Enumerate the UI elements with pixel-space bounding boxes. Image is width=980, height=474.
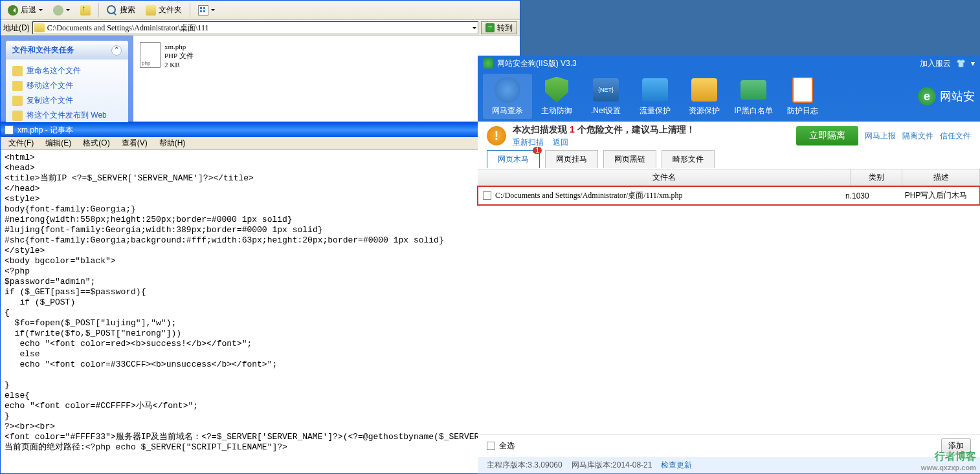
log-icon	[792, 77, 813, 103]
publish-icon	[12, 111, 23, 121]
ip-icon	[741, 80, 766, 100]
col-filename[interactable]: 文件名	[478, 169, 851, 186]
chevron-down-icon	[211, 9, 215, 13]
forward-button[interactable]	[49, 3, 74, 17]
address-input[interactable]: C:\Documents and Settings\Administrator\…	[32, 21, 478, 34]
nav-net-settings[interactable]: {NET}.Net设置	[581, 74, 630, 119]
rename-icon	[12, 66, 23, 76]
nav-active-defense[interactable]: 主动防御	[532, 74, 581, 119]
notepad-title: xm.php - 记事本	[17, 125, 73, 136]
php-file-icon	[140, 42, 161, 68]
warning-icon: !	[487, 126, 506, 145]
forward-icon	[53, 5, 63, 16]
nav-traffic[interactable]: 流量保护	[630, 74, 680, 119]
up-icon	[80, 5, 91, 16]
file-list[interactable]: xm.php PHP 文件 2 KB	[133, 36, 520, 122]
scan-alert-bar: ! 本次扫描发现 1 个危险文件，建议马上清理！ 重新扫描返回 立即隔离 网马上…	[478, 122, 980, 150]
folders-button[interactable]: 文件夹	[141, 3, 186, 17]
file-type: PHP 文件	[164, 51, 194, 60]
nav-log[interactable]: 防护日志	[778, 74, 827, 119]
file-name: xm.php	[164, 42, 194, 51]
col-description[interactable]: 描述	[902, 169, 980, 186]
address-label: 地址(D)	[3, 23, 30, 34]
nav-ip-list[interactable]: IP黑白名单	[729, 74, 778, 119]
menu-view[interactable]: 查看(V)	[117, 136, 153, 150]
explorer-toolbar: 后退 搜索 文件夹	[1, 1, 520, 20]
menu-help[interactable]: 帮助(H)	[154, 136, 191, 150]
menu-file[interactable]: 文件(F)	[3, 136, 39, 150]
watermark: 行者博客 www.qxzxp.com	[921, 450, 976, 471]
menu-icon[interactable]: ▾	[971, 59, 975, 68]
join-cloud-link[interactable]: 加入服云	[920, 58, 951, 69]
results-grid: 文件名 类别 描述 C:/Documents and Settings/Admi…	[478, 169, 980, 434]
grid-header: 文件名 类别 描述	[478, 169, 980, 186]
isolate-file-link[interactable]: 隔离文件	[902, 131, 933, 142]
notepad-icon	[5, 125, 14, 135]
rescan-link[interactable]: 重新扫描	[513, 138, 544, 147]
threat-count: 1	[570, 124, 575, 135]
chevron-down-icon	[66, 9, 70, 13]
horse-icon	[495, 77, 520, 103]
logo-icon: e	[918, 87, 936, 105]
sidebar-item-publish[interactable]: 将这个文件发布到 Web	[12, 108, 122, 123]
up-button[interactable]	[76, 3, 95, 17]
notepad-content[interactable]: <html> <head> <title>当前IP <?=$_SERVER['S…	[1, 150, 520, 473]
address-path: C:\Documents and Settings\Administrator\…	[47, 23, 209, 34]
report-link[interactable]: 网马上报	[865, 131, 896, 142]
skin-icon[interactable]: 👕	[956, 59, 966, 68]
security-nav: 网马查杀 主动防御 {NET}.Net设置 流量保护 资源保护 IP黑白名单 防…	[478, 71, 980, 122]
status-bar: 主程序版本:3.3.09060 网马库版本:2014-08-21 检查更新	[478, 457, 980, 473]
db-version: 网马库版本:2014-08-21	[572, 460, 652, 471]
chevron-down-icon	[39, 9, 43, 13]
sidebar-item-move[interactable]: 移动这个文件	[12, 78, 122, 93]
security-titlebar[interactable]: 网站安全狗(IIS版) V3.3 加入服云 👕 ▾	[478, 56, 980, 71]
views-button[interactable]	[194, 3, 219, 17]
security-app-window: 网站安全狗(IIS版) V3.3 加入服云 👕 ▾ 网马查杀 主动防御 {NET…	[478, 56, 980, 474]
search-icon	[107, 5, 117, 16]
net-icon: {NET}	[593, 78, 619, 102]
file-item[interactable]: xm.php PHP 文件 2 KB	[140, 42, 513, 69]
nav-resource[interactable]: 资源保护	[680, 74, 729, 119]
sidebar-panel-header[interactable]: 文件和文件夹任务 ⌃	[6, 41, 128, 59]
back-button[interactable]: 后退	[3, 3, 47, 17]
program-version: 主程序版本:3.3.09060	[487, 460, 562, 471]
check-update-link[interactable]: 检查更新	[661, 460, 692, 471]
sidebar-item-copy[interactable]: 复制这个文件	[12, 93, 122, 108]
notepad-window: xm.php - 记事本 文件(F) 编辑(E) 格式(O) 查看(V) 帮助(…	[0, 122, 520, 474]
shield-icon	[483, 58, 493, 69]
menu-edit[interactable]: 编辑(E)	[40, 136, 76, 150]
grid-footer: 全选 添加	[478, 434, 980, 457]
file-size: 2 KB	[164, 60, 194, 69]
notepad-menubar: 文件(F) 编辑(E) 格式(O) 查看(V) 帮助(H)	[1, 137, 520, 150]
badge-count: 1	[533, 147, 542, 154]
search-button[interactable]: 搜索	[102, 3, 140, 17]
back-link[interactable]: 返回	[553, 138, 568, 147]
col-category[interactable]: 类别	[851, 169, 902, 186]
copy-icon	[12, 96, 23, 106]
resource-icon	[691, 78, 717, 102]
result-tabs: 网页木马1 网页挂马 网页黑链 畸形文件	[478, 150, 980, 169]
nav-webshell-scan[interactable]: 网马查杀	[483, 74, 532, 119]
collapse-icon[interactable]: ⌃	[111, 45, 122, 56]
traffic-icon	[642, 78, 668, 102]
tab-iframe[interactable]: 网页挂马	[545, 150, 598, 168]
move-icon	[12, 81, 23, 91]
menu-format[interactable]: 格式(O)	[78, 136, 115, 150]
selectall-checkbox[interactable]	[487, 442, 495, 450]
row-checkbox[interactable]	[483, 191, 491, 200]
shield-icon	[545, 77, 568, 103]
selectall-label: 全选	[499, 440, 515, 451]
go-button[interactable]: 转到	[481, 21, 517, 34]
table-row[interactable]: C:/Documents and Settings/Administrator/…	[478, 186, 980, 205]
tab-malformed[interactable]: 畸形文件	[662, 150, 715, 168]
tab-blacklink[interactable]: 网页黑链	[603, 150, 656, 168]
chevron-down-icon[interactable]	[473, 27, 476, 31]
folders-icon	[146, 5, 156, 16]
trust-file-link[interactable]: 信任文件	[940, 131, 971, 142]
notepad-titlebar[interactable]: xm.php - 记事本	[1, 123, 520, 137]
views-icon	[198, 5, 208, 16]
tab-webshell[interactable]: 网页木马1	[487, 150, 540, 168]
explorer-sidebar: 文件和文件夹任务 ⌃ 重命名这个文件 移动这个文件 复制这个文件 将这个文件发布…	[1, 36, 133, 122]
quarantine-button[interactable]: 立即隔离	[796, 126, 858, 145]
sidebar-item-rename[interactable]: 重命名这个文件	[12, 63, 122, 78]
